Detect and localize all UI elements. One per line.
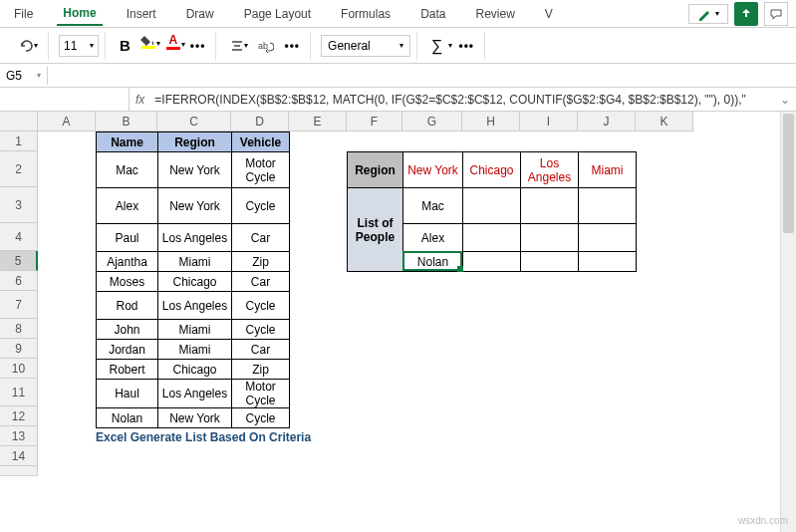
row-header-3[interactable]: 3 [0,187,38,223]
menu-home[interactable]: Home [57,2,102,26]
row-header-9[interactable]: 9 [0,339,38,359]
cell[interactable]: Zip [232,360,290,380]
cell[interactable]: Nolan [403,252,463,272]
vertical-scrollbar[interactable] [780,112,796,532]
cell[interactable]: Haul [97,380,158,408]
cell[interactable] [579,188,637,224]
draw-pen-button[interactable]: ▾ [688,4,728,24]
cell[interactable]: Chicago [158,272,232,292]
cell[interactable]: Mac [403,188,463,224]
cell[interactable]: Chicago [463,152,521,188]
cell[interactable] [521,224,579,252]
row-header-13[interactable]: 13 [0,426,38,446]
cell[interactable] [579,224,637,252]
row-header-11[interactable]: 11 [0,379,38,406]
cell[interactable]: Motor Cycle [232,152,290,188]
col-header-j[interactable]: J [578,112,636,132]
more-editing-button[interactable]: ••• [454,37,478,55]
col-header-d[interactable]: D [231,112,289,132]
menu-formulas[interactable]: Formulas [335,3,397,25]
col-header-c[interactable]: C [157,112,231,132]
cell[interactable]: Miami [579,152,637,188]
formula-expand-button[interactable]: ⌄ [774,93,796,107]
row-header-4[interactable]: 4 [0,223,38,251]
list-label-cell[interactable]: List of People [348,188,403,272]
cell[interactable] [521,188,579,224]
row-header-10[interactable]: 10 [0,359,38,379]
cell[interactable]: Motor Cycle [232,380,290,408]
fill-color-button[interactable]: ▾ [136,32,160,60]
cell[interactable]: Ajantha [97,252,158,272]
cell[interactable]: Miami [158,320,232,340]
cell[interactable]: New York [403,152,463,188]
cell[interactable]: Cycle [232,408,290,428]
cell[interactable]: Jordan [97,340,158,360]
menu-file[interactable]: File [8,3,39,25]
font-color-button[interactable]: A ▾ [162,31,184,61]
cell[interactable]: Robert [97,360,158,380]
worksheet-grid[interactable]: Name Region Vehicle MacNew YorkMotor Cyc… [38,132,796,530]
row-header-15[interactable] [0,466,38,476]
cell[interactable]: Moses [97,272,158,292]
col-header-a[interactable]: A [38,112,96,132]
cell[interactable]: Los Angeles [158,224,232,252]
cell[interactable]: Los Angeles [158,380,232,408]
cell[interactable] [463,224,521,252]
cell[interactable]: Rod [97,292,158,320]
wrap-text-button[interactable]: ab [254,37,278,55]
col-header-e[interactable]: E [289,112,347,132]
sheet-caption[interactable]: Excel Generate List Based On Criteria [96,430,311,444]
cell[interactable]: Alex [97,188,158,224]
more-align-button[interactable]: ••• [280,37,304,55]
menu-insert[interactable]: Insert [121,3,162,25]
row-header-12[interactable]: 12 [0,406,38,426]
row-header-8[interactable]: 8 [0,319,38,339]
cell[interactable]: Zip [232,252,290,272]
cell[interactable]: Cycle [232,292,290,320]
menu-data[interactable]: Data [414,3,451,25]
col-header-f[interactable]: F [347,112,402,132]
cell[interactable] [521,252,579,272]
menu-draw[interactable]: Draw [180,3,220,25]
cell[interactable]: New York [158,408,232,428]
col-header-b[interactable]: B [96,112,157,132]
row-header-14[interactable]: 14 [0,446,38,466]
undo-button[interactable]: ▾ [14,36,42,56]
cell[interactable]: John [97,320,158,340]
cell[interactable]: Cycle [232,320,290,340]
table-header-cell[interactable]: Region [158,133,232,152]
menu-view[interactable]: V [539,3,559,25]
cell[interactable]: New York [158,188,232,224]
cell[interactable]: Car [232,340,290,360]
name-box[interactable]: G5 [0,67,48,85]
menu-page-layout[interactable]: Page Layout [238,3,317,25]
fx-icon[interactable]: fx [130,93,150,107]
comments-button[interactable] [764,2,788,26]
cell[interactable]: Alex [403,224,463,252]
number-format-select[interactable]: General [321,35,410,57]
cell[interactable]: Cycle [232,188,290,224]
formula-input[interactable]: =IFERROR(INDEX($B$2:$B$12, MATCH(0, IF(G… [150,91,774,109]
col-header-g[interactable]: G [402,112,462,132]
cell[interactable]: Paul [97,224,158,252]
cell[interactable]: Chicago [158,360,232,380]
cell[interactable] [463,252,521,272]
region-label-cell[interactable]: Region [348,152,403,188]
cell[interactable]: Mac [97,152,158,188]
cell[interactable]: Miami [158,252,232,272]
cell[interactable]: Car [232,272,290,292]
col-header-h[interactable]: H [462,112,520,132]
table-header-cell[interactable]: Name [97,133,158,152]
cell[interactable] [579,252,637,272]
cell[interactable]: Car [232,224,290,252]
cell[interactable] [463,188,521,224]
scrollbar-thumb[interactable] [783,114,794,233]
menu-review[interactable]: Review [469,3,520,25]
cell[interactable]: Nolan [97,408,158,428]
row-header-1[interactable]: 1 [0,132,38,151]
row-header-5[interactable]: 5 [0,251,38,271]
row-header-7[interactable]: 7 [0,291,38,319]
row-header-6[interactable]: 6 [0,271,38,291]
cell[interactable]: Miami [158,340,232,360]
cell[interactable]: Los Angeles [521,152,579,188]
